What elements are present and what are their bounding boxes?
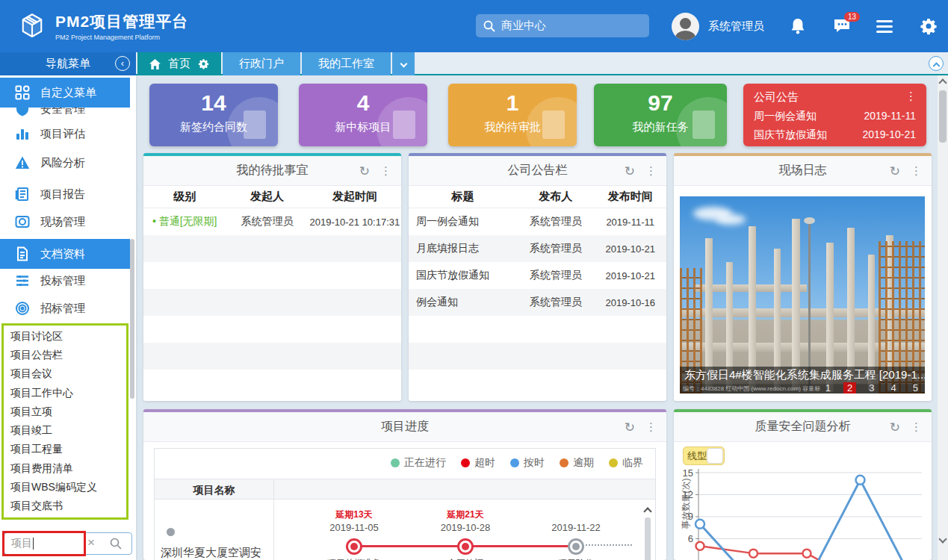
search-result-item-6[interactable]: 项目竣工 [4,424,126,438]
more-options-icon[interactable]: ⋮ [905,90,917,103]
page-number-2[interactable]: 2 [843,382,856,393]
sidebar-item-6[interactable]: 现场管理 [0,207,130,237]
user-avatar[interactable] [672,13,699,40]
sidebar-item-8[interactable]: 投标管理 [0,266,130,296]
milestone-marker [457,538,474,555]
tab-3[interactable]: 我的工作室 [302,52,391,75]
announcement-card-title: 公司公告 [754,90,916,105]
empty-row [143,289,401,316]
stat-card-3[interactable]: 1我的待审批 [448,84,577,146]
date-cell: 2019-10-16 [594,297,666,308]
scroll-down-icon[interactable] [938,535,947,543]
refresh-icon[interactable]: ↻ [625,420,635,435]
message-count-badge: 13 [844,12,860,22]
tab-2[interactable]: 行政门户 [223,52,300,75]
grid-icon [15,85,30,100]
main-scrollbar[interactable] [938,75,948,560]
search-result-item-3[interactable]: 项目会议 [4,367,126,381]
menu-hamburger-icon[interactable] [876,17,894,35]
search-result-item-1[interactable]: 项目讨论区 [4,330,126,343]
refresh-icon[interactable]: ↻ [890,164,900,179]
bulletin-title-cell: 例会通知 [409,296,517,309]
search-result-item-9[interactable]: 项目WBS编码定义 [4,481,126,494]
milestone-marker [346,538,362,555]
svg-text:15: 15 [683,467,693,479]
bar-chart-icon [15,126,30,141]
panel-title: 公司公告栏 [508,163,568,178]
sidebar-collapse-icon[interactable]: ‹ [115,56,130,71]
search-result-item-2[interactable]: 项目公告栏 [4,349,126,362]
legend-item: 临界 [609,456,643,470]
more-options-icon[interactable]: ⋮ [911,164,923,178]
refresh-icon[interactable]: ↻ [359,164,370,179]
milestone-3[interactable]: 2019-11-22项目验收 [524,508,628,560]
sidebar-item-5[interactable]: 项目报告 [0,179,130,209]
site-photo[interactable]: 东方假日4#楼智能化系统集成服务工程 [2019-1... 编号：4483828… [680,196,925,393]
more-options-icon[interactable]: ⋮ [911,420,923,434]
table-row[interactable]: 周一例会通知系统管理员2019-11-11 [409,208,666,235]
stat-card-4[interactable]: 97我的新任务 [594,84,727,146]
photo-pagination: 12345 [822,382,922,393]
sidebar-item-9[interactable]: 招标管理 [0,293,130,323]
announcement-date: 2019-10-21 [862,128,916,142]
project-row[interactable]: 深圳华夏大厦空调安 [155,500,274,560]
empty-row [143,262,401,289]
announcement-row[interactable]: 周一例会通知2019-11-11 [754,110,916,123]
sidebar-search-results: 项目讨论区项目公告栏项目会议项目工作中心项目立项项目竣工项目工程量项目费用清单项… [1,323,128,520]
sidebar-item-7[interactable]: 文档资料 [0,239,130,269]
refresh-icon[interactable]: ↻ [625,164,635,179]
more-options-icon[interactable]: ⋮ [380,164,392,178]
sidebar-item-1[interactable]: 自定义菜单 [0,78,130,108]
clear-search-icon[interactable]: × [87,538,98,548]
column-header: 发起时间 [309,190,401,204]
publisher-cell: 系统管理员 [517,296,595,309]
page-number-5[interactable]: 5 [909,382,922,393]
search-result-item-8[interactable]: 项目费用清单 [4,462,126,476]
search-result-item-7[interactable]: 项目工程量 [4,443,126,456]
column-header: 标题 [409,190,517,204]
stat-card-1[interactable]: 14新签约合同数 [149,84,278,146]
announcement-row[interactable]: 国庆节放假通知2019-10-21 [754,128,916,142]
global-search-input[interactable]: 商业中心 [476,14,649,37]
search-result-item-5[interactable]: 项目立项 [4,405,126,419]
more-options-icon[interactable]: ⋮ [645,164,657,178]
milestone-1[interactable]: 延期13天2019-11-05项目前期准备 [302,508,406,560]
stat-card-2[interactable]: 4新中标项目 [299,84,427,146]
sidebar-scrollbar[interactable] [130,239,134,399]
milestone-2[interactable]: 延期21天2019-10-28合同签订 [413,508,518,560]
chevron-down-icon [400,60,407,68]
table-row[interactable]: 月底填报日志系统管理员2019-10-21 [409,235,666,262]
announcement-card[interactable]: 公司公告 ⋮ 周一例会通知2019-11-11国庆节放假通知2019-10-21 [743,84,926,146]
date-cell: 2019-10-21 [594,243,666,255]
scroll-up-icon[interactable] [938,78,947,87]
collapse-panel-icon[interactable] [929,56,944,71]
sidebar-item-label: 自定义菜单 [40,86,96,100]
tab-gear-icon[interactable] [198,58,209,69]
sidebar-search-icon[interactable] [110,538,122,550]
search-result-item-4[interactable]: 项目工作中心 [4,387,126,400]
legend-dot [560,458,569,467]
search-result-item-10[interactable]: 项目交底书 [4,500,126,513]
legend-label: 临界 [622,456,643,470]
table-row[interactable]: 例会通知系统管理员2019-10-16 [409,289,666,316]
timeline-scrollbar[interactable] [643,505,652,560]
milestone-date: 2019-11-22 [524,522,628,533]
announcement-title: 周一例会通知 [754,110,817,123]
more-options-icon[interactable]: ⋮ [645,420,657,434]
sidebar-item-4[interactable]: 风险分析 [0,148,130,178]
line-type-toggle[interactable]: 线型 [683,447,725,465]
table-row[interactable]: 国庆节放假通知系统管理员2019-10-21 [409,262,666,289]
notification-bell-icon[interactable] [790,17,808,35]
page-number-4[interactable]: 4 [887,382,900,393]
table-row[interactable]: 普通[无限期]系统管理员2019-10-21 10:17:31 [143,208,401,235]
messages-icon[interactable]: 13 [833,17,851,35]
page-number-3[interactable]: 3 [865,382,878,393]
settings-gear-icon[interactable] [920,17,938,35]
page-number-1[interactable]: 1 [822,382,834,393]
user-name[interactable]: 系统管理员 [708,19,764,34]
tab-overflow-dropdown[interactable] [392,52,415,75]
tab-1[interactable]: 首页 [137,52,221,75]
refresh-icon[interactable]: ↻ [890,420,900,435]
scroll-thumb[interactable] [939,90,947,143]
milestone-date: 2019-11-05 [302,522,406,533]
